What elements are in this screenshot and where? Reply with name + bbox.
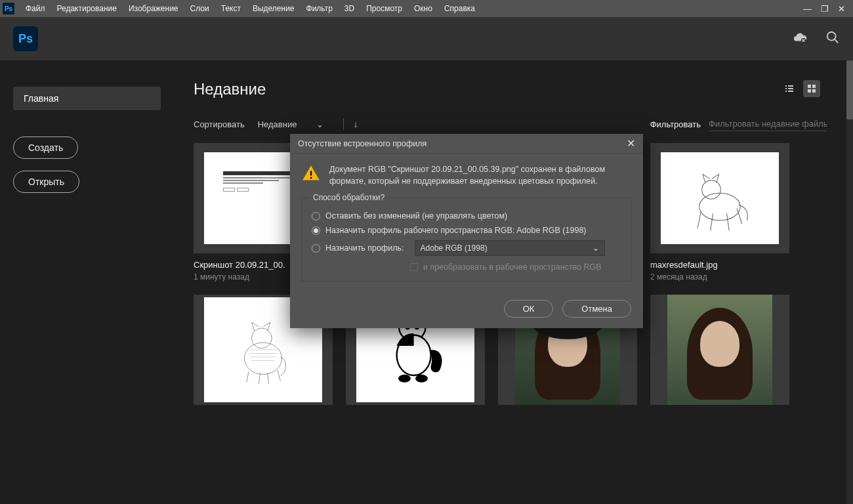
thumbnail-icon bbox=[667, 295, 772, 405]
fieldset-legend: Способ обработки? bbox=[309, 193, 388, 202]
window-restore-icon[interactable]: ❐ bbox=[821, 4, 829, 14]
radio-label: Назначить профиль: bbox=[325, 243, 404, 253]
radio-icon bbox=[312, 244, 320, 253]
svg-point-1 bbox=[827, 32, 836, 41]
toolbar: Сортировать Недавние ⌄ ↓ Фильтровать bbox=[194, 117, 827, 131]
sort-dropdown[interactable]: Недавние ⌄ bbox=[258, 119, 324, 129]
radio-assign-profile[interactable]: Назначить профиль: Adobe RGB (1998) ⌄ bbox=[312, 240, 621, 256]
chevron-down-icon: ⌄ bbox=[316, 119, 323, 129]
warning-icon bbox=[302, 164, 320, 182]
open-button[interactable]: Открыть bbox=[13, 171, 79, 193]
radio-icon bbox=[312, 226, 320, 235]
chevron-down-icon: ⌄ bbox=[593, 243, 599, 253]
search-icon[interactable] bbox=[825, 30, 840, 47]
cloud-sync-icon[interactable] bbox=[793, 30, 807, 47]
svg-point-10 bbox=[398, 375, 411, 383]
checkbox-label: и преобразовать в рабочее пространство R… bbox=[423, 262, 602, 272]
sidebar-home-button[interactable]: Главная bbox=[13, 87, 161, 110]
divider bbox=[343, 118, 344, 130]
menu-select[interactable]: Выделение bbox=[247, 4, 301, 13]
convert-checkbox-row[interactable]: и преобразовать в рабочее пространство R… bbox=[410, 262, 621, 272]
sort-value: Недавние bbox=[258, 119, 297, 129]
create-button[interactable]: Создать bbox=[13, 136, 78, 159]
radio-label: Назначить профиль рабочего пространства … bbox=[325, 226, 587, 235]
menu-filter[interactable]: Фильтр bbox=[301, 4, 339, 13]
sidebar: Главная Создать Открыть bbox=[0, 60, 174, 504]
ps-logo-icon: Ps bbox=[13, 26, 38, 51]
checkbox-icon bbox=[410, 263, 418, 271]
menu-help[interactable]: Справка bbox=[438, 4, 481, 13]
svg-point-5 bbox=[251, 328, 272, 348]
app-header: Ps bbox=[0, 17, 853, 60]
menu-3d[interactable]: 3D bbox=[339, 4, 360, 13]
view-grid-icon[interactable] bbox=[803, 80, 820, 97]
ps-app-icon: Ps bbox=[3, 3, 14, 14]
ok-button[interactable]: ОК bbox=[504, 300, 554, 318]
menu-file[interactable]: Файл bbox=[20, 4, 51, 13]
view-list-icon[interactable] bbox=[781, 80, 798, 97]
window-close-icon[interactable]: ✕ bbox=[838, 4, 845, 14]
svg-point-11 bbox=[415, 375, 428, 383]
filter-label: Фильтровать bbox=[650, 119, 701, 129]
radio-leave-unchanged[interactable]: Оставить без изменений (не управлять цве… bbox=[312, 211, 621, 220]
radio-icon bbox=[312, 212, 320, 220]
profile-select[interactable]: Adobe RGB (1998) ⌄ bbox=[415, 240, 605, 256]
sort-direction-icon[interactable]: ↓ bbox=[353, 119, 358, 129]
select-value: Adobe RGB (1998) bbox=[421, 243, 488, 253]
svg-point-4 bbox=[244, 343, 281, 374]
menu-image[interactable]: Изображение bbox=[123, 4, 184, 13]
svg-point-3 bbox=[702, 180, 721, 200]
card-title: maxresdefault.jpg bbox=[650, 260, 789, 270]
missing-profile-dialog: Отсутствие встроенного профиля ✕ Докумен… bbox=[290, 134, 643, 328]
window-minimize-icon[interactable]: — bbox=[803, 4, 812, 14]
filter-input[interactable] bbox=[709, 117, 827, 131]
menubar: Ps Файл Редактирование Изображение Слои … bbox=[0, 0, 853, 17]
dialog-close-icon[interactable]: ✕ bbox=[627, 137, 635, 150]
thumbnail-icon bbox=[677, 162, 762, 234]
menu-text[interactable]: Текст bbox=[215, 4, 247, 13]
menu-edit[interactable]: Редактирование bbox=[51, 4, 123, 13]
cancel-button[interactable]: Отмена bbox=[562, 300, 631, 318]
menu-layers[interactable]: Слои bbox=[184, 4, 215, 13]
menu-window[interactable]: Окно bbox=[408, 4, 438, 13]
dialog-message: Документ RGB "Скриншот 20.09.21_00.05.39… bbox=[329, 164, 631, 187]
dialog-title-text: Отсутствие встроенного профиля bbox=[298, 139, 427, 148]
sort-label: Сортировать bbox=[194, 119, 245, 129]
recent-card[interactable] bbox=[650, 295, 789, 405]
card-time: 2 месяца назад bbox=[650, 272, 789, 282]
processing-fieldset: Способ обработки? Оставить без изменений… bbox=[302, 198, 631, 282]
page-title: Недавние bbox=[194, 80, 827, 98]
dialog-titlebar[interactable]: Отсутствие встроенного профиля ✕ bbox=[290, 134, 643, 154]
radio-assign-working[interactable]: Назначить профиль рабочего пространства … bbox=[312, 226, 621, 235]
menu-view[interactable]: Просмотр bbox=[360, 4, 408, 13]
radio-label: Оставить без изменений (не управлять цве… bbox=[325, 211, 507, 220]
recent-card[interactable]: maxresdefault.jpg 2 месяца назад bbox=[650, 143, 789, 282]
